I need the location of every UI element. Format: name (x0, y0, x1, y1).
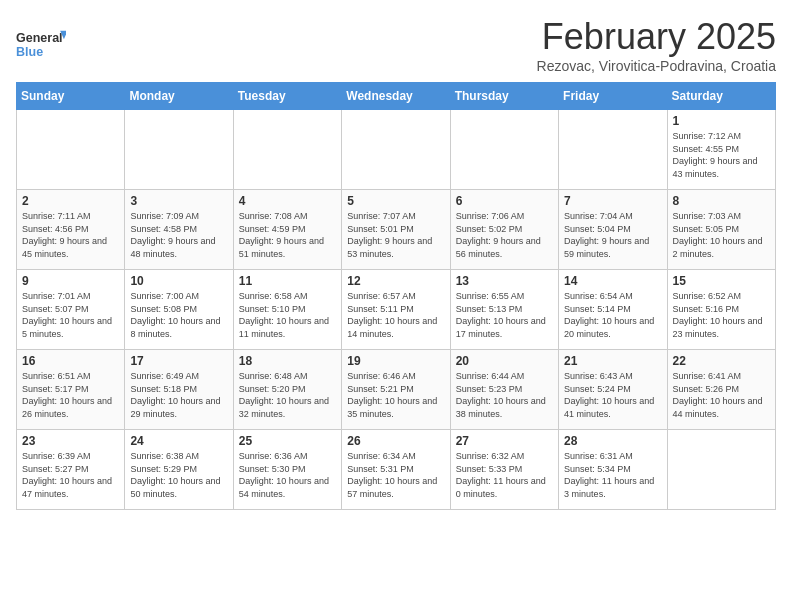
day-number: 28 (564, 434, 661, 448)
day-number: 23 (22, 434, 119, 448)
calendar-day-cell: 8Sunrise: 7:03 AM Sunset: 5:05 PM Daylig… (667, 190, 775, 270)
calendar-day-header: Thursday (450, 83, 558, 110)
calendar-day-header: Wednesday (342, 83, 450, 110)
calendar-week-row: 23Sunrise: 6:39 AM Sunset: 5:27 PM Dayli… (17, 430, 776, 510)
calendar-header-row: SundayMondayTuesdayWednesdayThursdayFrid… (17, 83, 776, 110)
day-number: 9 (22, 274, 119, 288)
day-info: Sunrise: 6:32 AM Sunset: 5:33 PM Dayligh… (456, 450, 553, 500)
day-number: 5 (347, 194, 444, 208)
calendar-day-cell: 17Sunrise: 6:49 AM Sunset: 5:18 PM Dayli… (125, 350, 233, 430)
day-number: 10 (130, 274, 227, 288)
calendar-day-cell: 2Sunrise: 7:11 AM Sunset: 4:56 PM Daylig… (17, 190, 125, 270)
calendar-day-cell: 13Sunrise: 6:55 AM Sunset: 5:13 PM Dayli… (450, 270, 558, 350)
day-number: 2 (22, 194, 119, 208)
calendar-day-cell: 23Sunrise: 6:39 AM Sunset: 5:27 PM Dayli… (17, 430, 125, 510)
calendar-table: SundayMondayTuesdayWednesdayThursdayFrid… (16, 82, 776, 510)
day-info: Sunrise: 6:36 AM Sunset: 5:30 PM Dayligh… (239, 450, 336, 500)
title-block: February 2025 Rezovac, Virovitica-Podrav… (537, 16, 776, 74)
svg-text:Blue: Blue (16, 45, 43, 59)
calendar-day-cell: 19Sunrise: 6:46 AM Sunset: 5:21 PM Dayli… (342, 350, 450, 430)
day-info: Sunrise: 7:07 AM Sunset: 5:01 PM Dayligh… (347, 210, 444, 260)
day-info: Sunrise: 6:38 AM Sunset: 5:29 PM Dayligh… (130, 450, 227, 500)
calendar-day-cell: 16Sunrise: 6:51 AM Sunset: 5:17 PM Dayli… (17, 350, 125, 430)
calendar-day-cell (125, 110, 233, 190)
calendar-day-cell: 21Sunrise: 6:43 AM Sunset: 5:24 PM Dayli… (559, 350, 667, 430)
day-number: 13 (456, 274, 553, 288)
day-number: 21 (564, 354, 661, 368)
day-info: Sunrise: 6:54 AM Sunset: 5:14 PM Dayligh… (564, 290, 661, 340)
day-info: Sunrise: 6:44 AM Sunset: 5:23 PM Dayligh… (456, 370, 553, 420)
month-title: February 2025 (537, 16, 776, 58)
day-number: 11 (239, 274, 336, 288)
day-number: 18 (239, 354, 336, 368)
day-info: Sunrise: 6:48 AM Sunset: 5:20 PM Dayligh… (239, 370, 336, 420)
day-number: 25 (239, 434, 336, 448)
svg-text:General: General (16, 32, 63, 46)
day-info: Sunrise: 7:03 AM Sunset: 5:05 PM Dayligh… (673, 210, 770, 260)
day-info: Sunrise: 6:39 AM Sunset: 5:27 PM Dayligh… (22, 450, 119, 500)
calendar-day-cell: 10Sunrise: 7:00 AM Sunset: 5:08 PM Dayli… (125, 270, 233, 350)
day-info: Sunrise: 7:04 AM Sunset: 5:04 PM Dayligh… (564, 210, 661, 260)
calendar-day-cell: 15Sunrise: 6:52 AM Sunset: 5:16 PM Dayli… (667, 270, 775, 350)
calendar-week-row: 9Sunrise: 7:01 AM Sunset: 5:07 PM Daylig… (17, 270, 776, 350)
day-number: 6 (456, 194, 553, 208)
calendar-day-cell: 4Sunrise: 7:08 AM Sunset: 4:59 PM Daylig… (233, 190, 341, 270)
calendar-day-cell (233, 110, 341, 190)
calendar-day-header: Friday (559, 83, 667, 110)
day-number: 20 (456, 354, 553, 368)
calendar-day-cell (559, 110, 667, 190)
day-info: Sunrise: 6:57 AM Sunset: 5:11 PM Dayligh… (347, 290, 444, 340)
day-info: Sunrise: 6:41 AM Sunset: 5:26 PM Dayligh… (673, 370, 770, 420)
day-info: Sunrise: 6:51 AM Sunset: 5:17 PM Dayligh… (22, 370, 119, 420)
day-number: 12 (347, 274, 444, 288)
calendar-day-cell: 22Sunrise: 6:41 AM Sunset: 5:26 PM Dayli… (667, 350, 775, 430)
calendar-day-cell: 14Sunrise: 6:54 AM Sunset: 5:14 PM Dayli… (559, 270, 667, 350)
day-number: 8 (673, 194, 770, 208)
day-number: 26 (347, 434, 444, 448)
logo-svg: General Blue (16, 20, 66, 70)
page-header: General Blue February 2025 Rezovac, Viro… (16, 16, 776, 74)
calendar-week-row: 2Sunrise: 7:11 AM Sunset: 4:56 PM Daylig… (17, 190, 776, 270)
day-info: Sunrise: 7:00 AM Sunset: 5:08 PM Dayligh… (130, 290, 227, 340)
day-number: 17 (130, 354, 227, 368)
calendar-day-header: Saturday (667, 83, 775, 110)
day-number: 3 (130, 194, 227, 208)
calendar-day-cell (450, 110, 558, 190)
day-number: 14 (564, 274, 661, 288)
calendar-day-cell: 27Sunrise: 6:32 AM Sunset: 5:33 PM Dayli… (450, 430, 558, 510)
calendar-day-cell: 5Sunrise: 7:07 AM Sunset: 5:01 PM Daylig… (342, 190, 450, 270)
calendar-week-row: 1Sunrise: 7:12 AM Sunset: 4:55 PM Daylig… (17, 110, 776, 190)
calendar-day-cell: 1Sunrise: 7:12 AM Sunset: 4:55 PM Daylig… (667, 110, 775, 190)
day-info: Sunrise: 7:09 AM Sunset: 4:58 PM Dayligh… (130, 210, 227, 260)
day-info: Sunrise: 6:46 AM Sunset: 5:21 PM Dayligh… (347, 370, 444, 420)
calendar-day-cell: 24Sunrise: 6:38 AM Sunset: 5:29 PM Dayli… (125, 430, 233, 510)
calendar-day-cell: 20Sunrise: 6:44 AM Sunset: 5:23 PM Dayli… (450, 350, 558, 430)
calendar-day-cell: 28Sunrise: 6:31 AM Sunset: 5:34 PM Dayli… (559, 430, 667, 510)
calendar-week-row: 16Sunrise: 6:51 AM Sunset: 5:17 PM Dayli… (17, 350, 776, 430)
day-info: Sunrise: 7:11 AM Sunset: 4:56 PM Dayligh… (22, 210, 119, 260)
day-number: 22 (673, 354, 770, 368)
day-info: Sunrise: 7:01 AM Sunset: 5:07 PM Dayligh… (22, 290, 119, 340)
day-number: 24 (130, 434, 227, 448)
day-info: Sunrise: 6:52 AM Sunset: 5:16 PM Dayligh… (673, 290, 770, 340)
calendar-day-header: Monday (125, 83, 233, 110)
calendar-day-cell (342, 110, 450, 190)
day-info: Sunrise: 6:31 AM Sunset: 5:34 PM Dayligh… (564, 450, 661, 500)
day-info: Sunrise: 6:34 AM Sunset: 5:31 PM Dayligh… (347, 450, 444, 500)
day-info: Sunrise: 6:58 AM Sunset: 5:10 PM Dayligh… (239, 290, 336, 340)
day-number: 7 (564, 194, 661, 208)
calendar-day-cell (667, 430, 775, 510)
day-number: 16 (22, 354, 119, 368)
calendar-day-cell: 6Sunrise: 7:06 AM Sunset: 5:02 PM Daylig… (450, 190, 558, 270)
day-number: 27 (456, 434, 553, 448)
calendar-day-header: Sunday (17, 83, 125, 110)
calendar-day-cell: 25Sunrise: 6:36 AM Sunset: 5:30 PM Dayli… (233, 430, 341, 510)
calendar-day-cell: 7Sunrise: 7:04 AM Sunset: 5:04 PM Daylig… (559, 190, 667, 270)
day-info: Sunrise: 7:06 AM Sunset: 5:02 PM Dayligh… (456, 210, 553, 260)
calendar-day-header: Tuesday (233, 83, 341, 110)
day-number: 15 (673, 274, 770, 288)
calendar-day-cell: 26Sunrise: 6:34 AM Sunset: 5:31 PM Dayli… (342, 430, 450, 510)
day-info: Sunrise: 7:12 AM Sunset: 4:55 PM Dayligh… (673, 130, 770, 180)
calendar-day-cell: 12Sunrise: 6:57 AM Sunset: 5:11 PM Dayli… (342, 270, 450, 350)
day-info: Sunrise: 6:49 AM Sunset: 5:18 PM Dayligh… (130, 370, 227, 420)
